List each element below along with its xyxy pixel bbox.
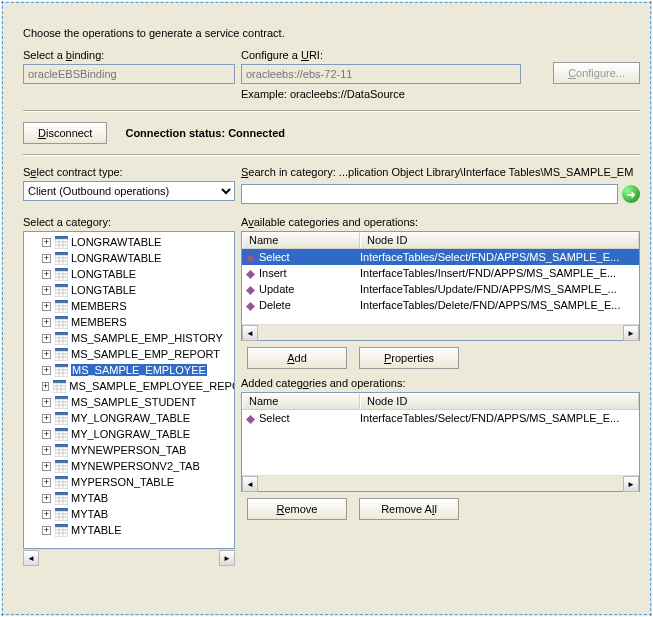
expand-icon[interactable]: + [42,398,51,407]
expand-icon[interactable]: + [42,510,51,519]
scroll-right-icon[interactable]: ► [219,550,235,566]
list-row[interactable]: UpdateInterfaceTables/Update/FND/APPS/MS… [242,281,639,297]
available-col-node[interactable]: Node ID [360,232,639,248]
expand-icon[interactable]: + [42,478,51,487]
tree-item[interactable]: +MEMBERS [26,314,234,330]
expand-icon[interactable]: + [42,286,51,295]
added-ops-list[interactable]: Name Node ID SelectInterfaceTables/Selec… [241,392,640,492]
tree-item[interactable]: +MEMBERS [26,298,234,314]
tree-item[interactable]: +LONGRAWTABLE [26,250,234,266]
available-hscroll[interactable]: ◄ ► [242,324,639,340]
svg-rect-67 [55,415,68,425]
table-icon [55,300,68,313]
expand-icon[interactable]: + [42,254,51,263]
list-row[interactable]: InsertInterfaceTables/Insert/FND/APPS/MS… [242,265,639,281]
scroll-left-icon[interactable]: ◄ [23,550,39,566]
uri-input [241,64,521,84]
binding-input [23,64,235,84]
svg-rect-42 [55,348,68,351]
category-tree[interactable]: +LONGRAWTABLE+LONGRAWTABLE+LONGTABLE+LON… [23,231,235,549]
divider [23,110,640,112]
tree-item[interactable]: +LONGTABLE [26,282,234,298]
added-hscroll[interactable]: ◄ ► [242,475,639,491]
tree-item[interactable]: +MS_SAMPLE_EMPLOYEE [26,362,234,378]
svg-rect-60 [55,396,68,399]
search-go-icon[interactable]: ➜ [622,185,640,203]
table-icon [55,364,68,377]
list-row[interactable]: SelectInterfaceTables/Select/FND/APPS/MS… [242,249,639,265]
operation-icon [246,253,255,262]
list-row[interactable]: DeleteInterfaceTables/Delete/FND/APPS/MS… [242,297,639,313]
expand-icon[interactable]: + [42,318,51,327]
svg-rect-49 [55,367,68,377]
expand-icon[interactable]: + [42,526,51,535]
tree-item[interactable]: +MYNEWPERSONV2_TAB [26,458,234,474]
svg-rect-109 [55,527,68,537]
tree-item[interactable]: +MS_SAMPLE_EMP_REPORT [26,346,234,362]
expand-icon[interactable]: + [42,382,49,391]
expand-icon[interactable]: + [42,350,51,359]
expand-icon[interactable]: + [42,238,51,247]
expand-icon[interactable]: + [42,494,51,503]
connection-status: Connection status: Connected [125,127,285,139]
svg-rect-85 [55,463,68,473]
available-col-name[interactable]: Name [242,232,360,248]
svg-rect-24 [55,300,68,303]
expand-icon[interactable]: + [42,270,51,279]
scroll-right-icon[interactable]: ► [623,325,639,341]
svg-rect-25 [55,303,68,313]
expand-icon[interactable]: + [42,302,51,311]
tree-item[interactable]: +LONGRAWTABLE [26,234,234,250]
tree-item[interactable]: +MY_LONGRAW_TABLE [26,410,234,426]
expand-icon[interactable]: + [42,446,51,455]
svg-rect-55 [53,383,66,393]
contract-type-label: Select contract type: [23,166,235,178]
table-icon [55,444,68,457]
scroll-left-icon[interactable]: ◄ [242,476,258,492]
expand-icon[interactable]: + [42,462,51,471]
table-icon [55,284,68,297]
tree-item[interactable]: +MS_SAMPLE_EMP_HISTORY [26,330,234,346]
svg-rect-37 [55,335,68,345]
category-label: Select a category: [23,216,235,228]
scroll-left-icon[interactable]: ◄ [242,325,258,341]
properties-button[interactable]: Properties [359,347,459,369]
page-instruction: Choose the operations to generate a serv… [23,27,640,39]
tree-item[interactable]: +MYTAB [26,506,234,522]
table-icon [55,492,68,505]
svg-rect-78 [55,444,68,447]
svg-rect-30 [55,316,68,319]
disconnect-button[interactable]: Disconnect [23,122,107,144]
svg-rect-13 [55,271,68,281]
search-label: Search in category: ...plication Object … [241,166,640,178]
tree-item[interactable]: +MYNEWPERSON_TAB [26,442,234,458]
added-col-name[interactable]: Name [242,393,360,409]
added-col-node[interactable]: Node ID [360,393,639,409]
svg-rect-97 [55,495,68,505]
expand-icon[interactable]: + [42,414,51,423]
available-ops-list[interactable]: Name Node ID SelectInterfaceTables/Selec… [241,231,640,341]
tree-item[interactable]: +LONGTABLE [26,266,234,282]
expand-icon[interactable]: + [42,366,51,375]
remove-button[interactable]: Remove [247,498,347,520]
tree-item[interactable]: +MY_LONGRAW_TABLE [26,426,234,442]
tree-item[interactable]: +MS_SAMPLE_STUDENT [26,394,234,410]
svg-rect-6 [55,252,68,255]
tree-item[interactable]: +MYTABLE [26,522,234,538]
tree-item[interactable]: +MYTAB [26,490,234,506]
list-row[interactable]: SelectInterfaceTables/Select/FND/APPS/MS… [242,410,639,426]
add-button[interactable]: Add [247,347,347,369]
expand-icon[interactable]: + [42,430,51,439]
operation-icon [246,285,255,294]
svg-rect-108 [55,524,68,527]
expand-icon[interactable]: + [42,334,51,343]
svg-rect-103 [55,511,68,521]
configure-button: Configure... [553,62,640,84]
remove-all-button[interactable]: Remove All [359,498,459,520]
search-input[interactable] [241,184,618,204]
scroll-right-icon[interactable]: ► [623,476,639,492]
tree-hscroll[interactable]: ◄ ► [23,549,235,565]
contract-type-select[interactable]: Client (Outbound operations) [23,181,235,201]
tree-item[interactable]: +MYPERSON_TABLE [26,474,234,490]
tree-item[interactable]: +MS_SAMPLE_EMPLOYEE_REPO [26,378,234,394]
